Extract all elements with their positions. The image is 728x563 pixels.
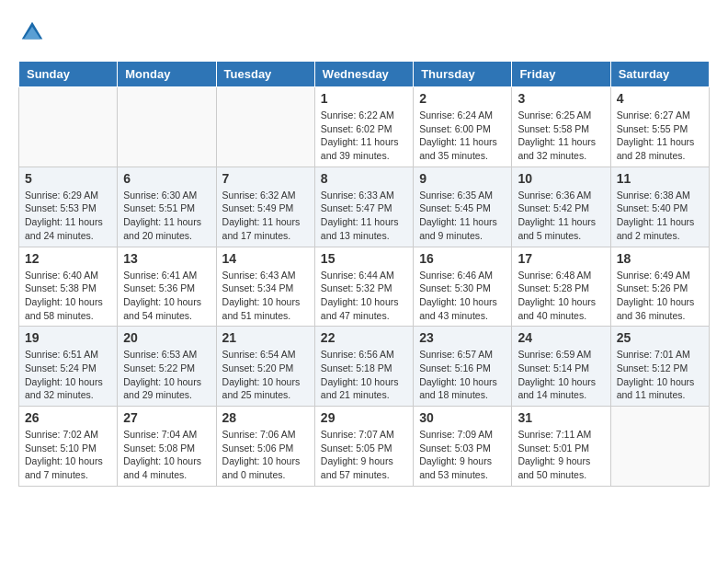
weekday-header: Thursday: [414, 62, 512, 87]
calendar-cell: 29Sunrise: 7:07 AM Sunset: 5:05 PM Dayli…: [314, 407, 413, 487]
calendar-cell: 31Sunrise: 7:11 AM Sunset: 5:01 PM Dayli…: [512, 407, 610, 487]
weekday-header: Wednesday: [314, 62, 413, 87]
calendar-cell: 3Sunrise: 6:25 AM Sunset: 5:58 PM Daylig…: [512, 87, 610, 167]
day-number: 5: [25, 171, 111, 186]
calendar-cell: 13Sunrise: 6:41 AM Sunset: 5:36 PM Dayli…: [118, 247, 216, 327]
weekday-header: Saturday: [610, 62, 709, 87]
day-info: Sunrise: 6:38 AM Sunset: 5:40 PM Dayligh…: [617, 189, 703, 243]
weekday-header: Friday: [512, 62, 610, 87]
day-info: Sunrise: 7:01 AM Sunset: 5:12 PM Dayligh…: [617, 348, 703, 402]
day-number: 10: [518, 171, 604, 186]
weekday-header: Tuesday: [216, 62, 314, 87]
day-number: 22: [321, 330, 407, 345]
day-info: Sunrise: 6:30 AM Sunset: 5:51 PM Dayligh…: [123, 189, 210, 243]
day-number: 28: [222, 410, 309, 425]
calendar-cell: [19, 87, 118, 167]
day-info: Sunrise: 6:54 AM Sunset: 5:20 PM Dayligh…: [222, 348, 309, 402]
calendar-header: SundayMondayTuesdayWednesdayThursdayFrid…: [19, 62, 710, 87]
day-number: 21: [222, 330, 309, 345]
calendar-cell: 12Sunrise: 6:40 AM Sunset: 5:38 PM Dayli…: [19, 247, 118, 327]
day-info: Sunrise: 6:25 AM Sunset: 5:58 PM Dayligh…: [518, 109, 604, 163]
day-number: 16: [419, 251, 506, 266]
calendar-body: 1Sunrise: 6:22 AM Sunset: 6:02 PM Daylig…: [19, 87, 710, 487]
day-number: 2: [419, 91, 506, 106]
calendar-cell: 15Sunrise: 6:44 AM Sunset: 5:32 PM Dayli…: [314, 247, 413, 327]
calendar-cell: 19Sunrise: 6:51 AM Sunset: 5:24 PM Dayli…: [19, 327, 118, 407]
calendar-cell: [216, 87, 314, 167]
calendar-cell: 26Sunrise: 7:02 AM Sunset: 5:10 PM Dayli…: [19, 407, 118, 487]
weekday-row: SundayMondayTuesdayWednesdayThursdayFrid…: [19, 62, 710, 87]
day-info: Sunrise: 7:04 AM Sunset: 5:08 PM Dayligh…: [123, 428, 210, 482]
day-number: 17: [518, 251, 604, 266]
day-number: 13: [123, 251, 210, 266]
calendar-cell: 27Sunrise: 7:04 AM Sunset: 5:08 PM Dayli…: [118, 407, 216, 487]
weekday-header: Sunday: [19, 62, 118, 87]
day-info: Sunrise: 6:51 AM Sunset: 5:24 PM Dayligh…: [25, 348, 111, 402]
day-info: Sunrise: 7:07 AM Sunset: 5:05 PM Dayligh…: [321, 428, 407, 482]
day-info: Sunrise: 7:02 AM Sunset: 5:10 PM Dayligh…: [25, 428, 111, 482]
day-info: Sunrise: 7:11 AM Sunset: 5:01 PM Dayligh…: [518, 428, 604, 482]
logo: [18, 18, 50, 46]
day-info: Sunrise: 6:29 AM Sunset: 5:53 PM Dayligh…: [25, 189, 111, 243]
day-number: 12: [25, 251, 111, 266]
day-info: Sunrise: 6:22 AM Sunset: 6:02 PM Dayligh…: [321, 109, 407, 163]
calendar-cell: 9Sunrise: 6:35 AM Sunset: 5:45 PM Daylig…: [414, 167, 512, 247]
day-info: Sunrise: 6:48 AM Sunset: 5:28 PM Dayligh…: [518, 269, 604, 323]
calendar-cell: 25Sunrise: 7:01 AM Sunset: 5:12 PM Dayli…: [610, 327, 709, 407]
day-number: 19: [25, 330, 111, 345]
day-info: Sunrise: 6:59 AM Sunset: 5:14 PM Dayligh…: [518, 348, 604, 402]
day-info: Sunrise: 6:43 AM Sunset: 5:34 PM Dayligh…: [222, 269, 309, 323]
day-info: Sunrise: 6:56 AM Sunset: 5:18 PM Dayligh…: [321, 348, 407, 402]
day-info: Sunrise: 6:53 AM Sunset: 5:22 PM Dayligh…: [123, 348, 210, 402]
calendar-cell: 14Sunrise: 6:43 AM Sunset: 5:34 PM Dayli…: [216, 247, 314, 327]
calendar-cell: [610, 407, 709, 487]
day-info: Sunrise: 6:57 AM Sunset: 5:16 PM Dayligh…: [419, 348, 506, 402]
day-number: 25: [617, 330, 703, 345]
calendar-cell: 23Sunrise: 6:57 AM Sunset: 5:16 PM Dayli…: [414, 327, 512, 407]
calendar-week-row: 12Sunrise: 6:40 AM Sunset: 5:38 PM Dayli…: [19, 247, 710, 327]
day-number: 6: [123, 171, 210, 186]
day-info: Sunrise: 6:33 AM Sunset: 5:47 PM Dayligh…: [321, 189, 407, 243]
day-info: Sunrise: 6:32 AM Sunset: 5:49 PM Dayligh…: [222, 189, 309, 243]
calendar-cell: 1Sunrise: 6:22 AM Sunset: 6:02 PM Daylig…: [314, 87, 413, 167]
calendar-cell: 8Sunrise: 6:33 AM Sunset: 5:47 PM Daylig…: [314, 167, 413, 247]
day-info: Sunrise: 7:09 AM Sunset: 5:03 PM Dayligh…: [419, 428, 506, 482]
day-number: 1: [321, 91, 407, 106]
day-number: 18: [617, 251, 703, 266]
day-number: 26: [25, 410, 111, 425]
day-info: Sunrise: 6:44 AM Sunset: 5:32 PM Dayligh…: [321, 269, 407, 323]
calendar-cell: 24Sunrise: 6:59 AM Sunset: 5:14 PM Dayli…: [512, 327, 610, 407]
day-info: Sunrise: 6:35 AM Sunset: 5:45 PM Dayligh…: [419, 189, 506, 243]
day-number: 3: [518, 91, 604, 106]
day-number: 11: [617, 171, 703, 186]
day-number: 14: [222, 251, 309, 266]
day-info: Sunrise: 6:46 AM Sunset: 5:30 PM Dayligh…: [419, 269, 506, 323]
day-number: 24: [518, 330, 604, 345]
day-info: Sunrise: 6:41 AM Sunset: 5:36 PM Dayligh…: [123, 269, 210, 323]
calendar-cell: 7Sunrise: 6:32 AM Sunset: 5:49 PM Daylig…: [216, 167, 314, 247]
day-number: 29: [321, 410, 407, 425]
day-number: 27: [123, 410, 210, 425]
calendar-cell: 17Sunrise: 6:48 AM Sunset: 5:28 PM Dayli…: [512, 247, 610, 327]
calendar-week-row: 19Sunrise: 6:51 AM Sunset: 5:24 PM Dayli…: [19, 327, 710, 407]
calendar-cell: 6Sunrise: 6:30 AM Sunset: 5:51 PM Daylig…: [118, 167, 216, 247]
calendar-cell: 11Sunrise: 6:38 AM Sunset: 5:40 PM Dayli…: [610, 167, 709, 247]
day-info: Sunrise: 6:24 AM Sunset: 6:00 PM Dayligh…: [419, 109, 506, 163]
day-number: 31: [518, 410, 604, 425]
calendar-week-row: 1Sunrise: 6:22 AM Sunset: 6:02 PM Daylig…: [19, 87, 710, 167]
day-number: 30: [419, 410, 506, 425]
calendar-cell: 18Sunrise: 6:49 AM Sunset: 5:26 PM Dayli…: [610, 247, 709, 327]
day-info: Sunrise: 7:06 AM Sunset: 5:06 PM Dayligh…: [222, 428, 309, 482]
calendar-table: SundayMondayTuesdayWednesdayThursdayFrid…: [18, 61, 710, 487]
day-number: 4: [617, 91, 703, 106]
day-number: 7: [222, 171, 309, 186]
calendar-cell: 30Sunrise: 7:09 AM Sunset: 5:03 PM Dayli…: [414, 407, 512, 487]
calendar-cell: 16Sunrise: 6:46 AM Sunset: 5:30 PM Dayli…: [414, 247, 512, 327]
weekday-header: Monday: [118, 62, 216, 87]
calendar-cell: 28Sunrise: 7:06 AM Sunset: 5:06 PM Dayli…: [216, 407, 314, 487]
calendar-week-row: 26Sunrise: 7:02 AM Sunset: 5:10 PM Dayli…: [19, 407, 710, 487]
page-header: [18, 18, 710, 46]
logo-icon: [18, 18, 46, 46]
day-info: Sunrise: 6:40 AM Sunset: 5:38 PM Dayligh…: [25, 269, 111, 323]
calendar-cell: 20Sunrise: 6:53 AM Sunset: 5:22 PM Dayli…: [118, 327, 216, 407]
